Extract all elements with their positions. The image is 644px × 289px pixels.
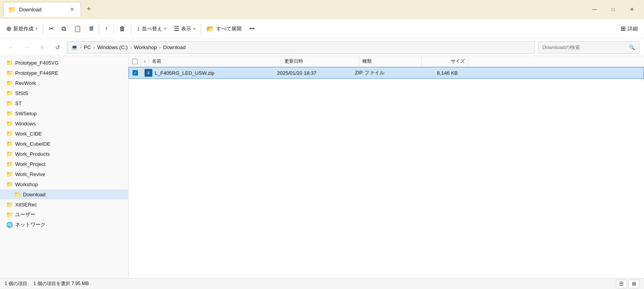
- folder-icon: 📁: [6, 201, 13, 208]
- new-tab-button[interactable]: +: [83, 3, 95, 16]
- copy-button[interactable]: ⧉: [58, 22, 69, 36]
- cut-button[interactable]: ✂: [46, 22, 57, 36]
- folder-icon: 📁: [6, 211, 13, 218]
- maximize-button[interactable]: □: [604, 3, 622, 16]
- new-label: 新規作成: [13, 25, 34, 32]
- sidebar-item-label: Download: [23, 192, 46, 197]
- sort-label: 並べ替え: [142, 25, 162, 32]
- file-type-cell: ZIP ファイル: [352, 67, 414, 78]
- minimize-button[interactable]: —: [586, 3, 603, 16]
- search-input[interactable]: [542, 44, 626, 50]
- breadcrumb-drive[interactable]: Windows (C:): [97, 44, 128, 50]
- expand-label: すべて展開: [216, 25, 242, 32]
- delete-button[interactable]: 🗑: [116, 22, 129, 36]
- sidebar-item-prototype-f446re[interactable]: 📁 Prototype_F446RE: [0, 68, 128, 78]
- sort-icon: ↕: [137, 25, 140, 32]
- main-layout: 📁 Prototype_F405VG 📁 Prototype_F446RE 📁 …: [0, 56, 644, 278]
- column-header: ∧ 名前 更新日時 種類 サイズ: [129, 56, 644, 67]
- search-box[interactable]: 🔍: [538, 41, 639, 54]
- breadcrumb-pc[interactable]: PC: [84, 44, 91, 50]
- details-pane-icon: ⊞: [621, 25, 626, 32]
- sidebar-item-swsetup[interactable]: 📁 SWSetup: [0, 108, 128, 118]
- header-checkbox[interactable]: [132, 59, 138, 64]
- address-bar: ← → ↑ ↺ 💻 › PC › Windows (C:) › Workshop…: [0, 39, 644, 56]
- sidebar-item-work-cubeide[interactable]: 📁 Work_CubeIDE: [0, 139, 128, 149]
- sidebar-item-revwork[interactable]: 📁 RevWork: [0, 78, 128, 88]
- sidebar-item-work-cide[interactable]: 📁 Work_CIDE: [0, 129, 128, 139]
- file-name: L_F405RG_LED_USW.zip: [155, 70, 214, 76]
- file-type: ZIP ファイル: [355, 69, 385, 76]
- folder-icon: 📁: [6, 70, 13, 76]
- folder-icon: 📁: [6, 151, 13, 157]
- paste-button[interactable]: 📋: [71, 22, 85, 36]
- file-row[interactable]: ✓ Z L_F405RG_LED_USW.zip 2025/01/20 18:3…: [129, 67, 644, 79]
- sidebar-item-work-revive[interactable]: 📁 Work_Revive: [0, 169, 128, 179]
- folder-icon: 📁: [6, 90, 13, 96]
- expand-all-button[interactable]: 📂 すべて展開: [203, 22, 245, 36]
- toolbar: ⊕ 新規作成 ▾ ✂ ⧉ 📋 Ⅲ ↑ 🗑 ↕ 並べ替え ▾ ☰ 表示 ▾ 📂 す…: [0, 19, 644, 39]
- breadcrumb[interactable]: 💻 › PC › Windows (C:) › Workshop › Downl…: [67, 41, 535, 54]
- sidebar-item-label: SWSetup: [15, 111, 37, 116]
- folder-icon: 📁: [6, 120, 13, 127]
- share-button[interactable]: ↑: [102, 22, 111, 36]
- col-header-checkbox[interactable]: [129, 56, 141, 67]
- col-header-date[interactable]: 更新日時: [281, 56, 359, 67]
- file-checkbox[interactable]: ✓: [132, 70, 138, 76]
- new-button[interactable]: ⊕ 新規作成 ▾: [3, 22, 41, 36]
- sidebar-item-sfsts[interactable]: 📁 SfStS: [0, 88, 128, 98]
- sidebar-item-users[interactable]: 📁 ユーザー: [0, 210, 128, 220]
- sidebar-item-prototype-f405vg[interactable]: 📁 Prototype_F405VG: [0, 58, 128, 68]
- new-chevron-icon: ▾: [35, 26, 37, 31]
- forward-button[interactable]: →: [20, 41, 33, 54]
- sidebar-item-label: Work_Project: [15, 161, 46, 167]
- file-size: 8,146 KB: [437, 70, 458, 76]
- refresh-icon: ↺: [55, 44, 60, 51]
- view-button[interactable]: ☰ 表示 ▾: [171, 22, 198, 36]
- col-header-type[interactable]: 種類: [359, 56, 422, 67]
- file-checkbox-cell[interactable]: ✓: [129, 67, 141, 78]
- breadcrumb-sep-1: ›: [93, 44, 95, 50]
- tab-close-button[interactable]: ✕: [68, 5, 76, 13]
- details-view-button[interactable]: ⊞: [628, 280, 639, 288]
- sidebar-item-label: Windows: [15, 121, 36, 127]
- breadcrumb-workshop[interactable]: Workshop: [134, 44, 157, 50]
- sidebar-item-windows[interactable]: 📁 Windows: [0, 118, 128, 129]
- col-header-size[interactable]: サイズ: [422, 56, 468, 67]
- sort-arrow-container: ∧: [141, 56, 149, 67]
- sidebar: 📁 Prototype_F405VG 📁 Prototype_F446RE 📁 …: [0, 56, 129, 278]
- sidebar-item-workshop[interactable]: 📁 Workshop: [0, 179, 128, 189]
- sidebar-item-download[interactable]: 📁 Download: [0, 189, 128, 199]
- up-button[interactable]: ↑: [36, 41, 48, 54]
- expand-icon: 📂: [206, 25, 214, 32]
- file-name-cell: Z L_F405RG_LED_USW.zip: [141, 67, 274, 78]
- refresh-button[interactable]: ↺: [51, 41, 64, 54]
- back-icon: ←: [8, 44, 14, 51]
- breadcrumb-sep-2: ›: [130, 44, 132, 50]
- computer-icon: 💻: [71, 44, 78, 50]
- folder-icon: 📁: [6, 171, 13, 177]
- folder-icon: 📁: [6, 130, 13, 137]
- content-empty-area[interactable]: [129, 79, 644, 278]
- sidebar-item-label: ユーザー: [15, 211, 35, 218]
- sort-button[interactable]: ↕ 並べ替え ▾: [134, 22, 169, 36]
- col-header-name[interactable]: 名前: [149, 56, 281, 67]
- sidebar-item-label: XitSERec: [15, 202, 37, 208]
- sidebar-item-work-products[interactable]: 📁 Work_Products: [0, 149, 128, 159]
- back-button[interactable]: ←: [5, 41, 17, 54]
- details-button[interactable]: ⊞ 詳細: [618, 22, 641, 36]
- active-tab[interactable]: 📁 Download ✕: [3, 2, 81, 17]
- view-icon: ☰: [174, 25, 179, 32]
- folder-icon: 📁: [6, 110, 13, 116]
- folder-icon: 📁: [6, 100, 13, 106]
- more-button[interactable]: •••: [246, 22, 258, 36]
- sidebar-item-work-project[interactable]: 📁 Work_Project: [0, 159, 128, 169]
- sidebar-item-network[interactable]: 🌐 ネットワーク: [0, 220, 128, 230]
- toolbar-separator-3: [113, 24, 114, 33]
- sidebar-item-st[interactable]: 📁 ST: [0, 98, 128, 108]
- sidebar-item-xitsrec[interactable]: 📁 XitSERec: [0, 199, 128, 210]
- rename-button[interactable]: Ⅲ: [86, 22, 97, 36]
- list-view-button[interactable]: ☰: [616, 280, 627, 288]
- paste-icon: 📋: [74, 25, 81, 32]
- close-button[interactable]: ✕: [623, 3, 641, 16]
- breadcrumb-download[interactable]: Download: [163, 44, 186, 50]
